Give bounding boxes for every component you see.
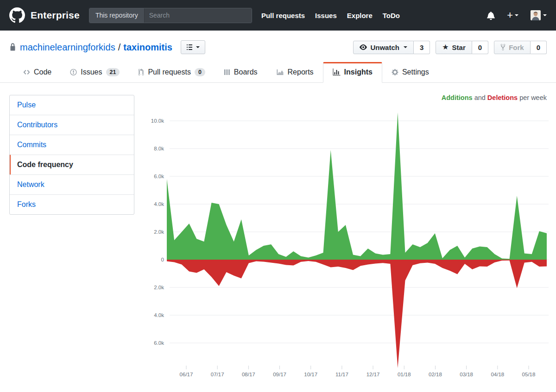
top-nav: Pull requests Issues Explore ToDo — [261, 12, 400, 19]
reports-icon — [276, 68, 284, 76]
nav-issues[interactable]: Issues — [315, 12, 337, 19]
sidebar-item-network[interactable]: Network — [10, 174, 134, 194]
svg-text:2.0k: 2.0k — [154, 285, 164, 290]
tab-insights[interactable]: Insights — [323, 62, 382, 83]
github-logo-icon[interactable] — [9, 7, 25, 23]
star-group: ★ Star 0 — [436, 41, 488, 54]
svg-text:08/17: 08/17 — [242, 372, 255, 377]
user-menu-button[interactable] — [531, 10, 547, 20]
tab-issues[interactable]: Issues 21 — [61, 62, 129, 82]
sidebar-item-contributors[interactable]: Contributors — [10, 115, 134, 135]
repo-nav: Code Issues 21 Pull requests 0 Boards Re… — [0, 62, 556, 83]
eye-icon — [360, 44, 367, 51]
pull-requests-counter: 0 — [195, 68, 205, 76]
issue-opened-icon — [70, 68, 77, 76]
sidebar-item-pulse[interactable]: Pulse — [10, 95, 134, 115]
search-bar: This repository — [89, 8, 252, 23]
star-icon: ★ — [442, 44, 449, 51]
chevron-down-icon — [404, 46, 407, 48]
brand-label: Enterprise — [31, 10, 80, 21]
repo-title: machinelearningforkids / taxinomitis — [9, 40, 205, 54]
svg-text:12/17: 12/17 — [366, 372, 380, 377]
svg-text:07/17: 07/17 — [211, 372, 224, 377]
gear-icon — [392, 68, 398, 76]
tab-settings[interactable]: Settings — [382, 62, 438, 82]
insights-sidebar: Pulse Contributors Commits Code frequenc… — [9, 95, 134, 215]
svg-text:05/18: 05/18 — [522, 372, 536, 377]
repo-head: machinelearningforkids / taxinomitis Unw… — [0, 31, 556, 54]
unwatch-label: Unwatch — [370, 44, 399, 51]
tab-reports[interactable]: Reports — [267, 62, 323, 82]
repo-separator: / — [118, 42, 121, 53]
avatar — [531, 10, 541, 20]
watch-group: Unwatch 3 — [353, 41, 430, 54]
fork-label: Fork — [509, 44, 524, 51]
create-new-button[interactable]: + — [507, 10, 518, 20]
git-pull-request-icon — [138, 68, 144, 76]
unwatch-button[interactable]: Unwatch — [353, 41, 414, 54]
list-unordered-icon — [186, 44, 193, 51]
svg-text:8.0k: 8.0k — [154, 146, 164, 151]
svg-text:11/17: 11/17 — [335, 372, 348, 377]
code-frequency-chart-area: Additions and Deletions per week 10.0k8.… — [139, 88, 551, 385]
code-icon — [23, 68, 30, 76]
watchers-count[interactable]: 3 — [414, 41, 430, 54]
repo-lists-button[interactable] — [181, 40, 205, 54]
sidebar-item-forks[interactable]: Forks — [10, 194, 134, 214]
nav-pull-requests[interactable]: Pull requests — [261, 12, 305, 19]
repo-name-link[interactable]: taxinomitis — [123, 42, 172, 53]
star-label: Star — [452, 44, 466, 51]
svg-text:0: 0 — [161, 257, 164, 262]
top-header: Enterprise This repository Pull requests… — [0, 0, 556, 31]
search-scope-button[interactable]: This repository — [89, 8, 145, 23]
chevron-down-icon — [515, 14, 518, 16]
stargazers-count[interactable]: 0 — [472, 41, 488, 54]
sidebar-item-code-frequency[interactable]: Code frequency — [10, 155, 134, 174]
svg-text:01/18: 01/18 — [398, 372, 411, 377]
svg-text:02/18: 02/18 — [429, 372, 442, 377]
svg-text:03/18: 03/18 — [460, 372, 473, 377]
tab-pull-requests[interactable]: Pull requests 0 — [129, 62, 214, 82]
chevron-down-icon — [196, 46, 200, 48]
fork-group: Fork 0 — [494, 41, 547, 54]
nav-todo[interactable]: ToDo — [383, 12, 400, 19]
svg-text:09/17: 09/17 — [273, 372, 286, 377]
lock-icon — [9, 43, 16, 52]
pagehead-actions: Unwatch 3 ★ Star 0 Fork 0 — [353, 41, 547, 54]
svg-text:10.0k: 10.0k — [151, 118, 164, 124]
code-frequency-chart[interactable]: 10.0k8.0k6.0k4.0k2.0k02.0k4.0k6.0k06/170… — [139, 88, 551, 385]
svg-text:4.0k: 4.0k — [154, 201, 164, 207]
chevron-down-icon — [543, 14, 547, 16]
svg-text:04/18: 04/18 — [491, 372, 504, 377]
issues-counter: 21 — [106, 68, 120, 76]
tab-boards[interactable]: Boards — [215, 62, 267, 82]
svg-text:4.0k: 4.0k — [154, 312, 164, 318]
header-right-controls: + — [487, 10, 547, 20]
github-repo-page: Enterprise This repository Pull requests… — [0, 0, 556, 392]
forks-count[interactable]: 0 — [531, 41, 547, 54]
svg-text:6.0k: 6.0k — [154, 174, 164, 179]
boards-icon — [224, 68, 230, 76]
svg-text:2.0k: 2.0k — [154, 229, 164, 235]
svg-text:6.0k: 6.0k — [154, 340, 164, 346]
sidebar-item-commits[interactable]: Commits — [10, 135, 134, 155]
star-button[interactable]: ★ Star — [436, 41, 472, 54]
fork-button[interactable]: Fork — [494, 41, 531, 54]
nav-explore[interactable]: Explore — [347, 12, 373, 19]
svg-text:10/17: 10/17 — [304, 372, 317, 377]
bell-icon[interactable] — [487, 11, 495, 20]
repo-forked-icon — [500, 44, 505, 51]
insights-content: Pulse Contributors Commits Code frequenc… — [0, 83, 556, 388]
svg-text:06/17: 06/17 — [180, 372, 193, 377]
search-input[interactable] — [145, 8, 252, 23]
tab-code[interactable]: Code — [14, 62, 61, 82]
repo-owner-link[interactable]: machinelearningforkids — [20, 42, 115, 53]
graph-icon — [333, 68, 341, 76]
